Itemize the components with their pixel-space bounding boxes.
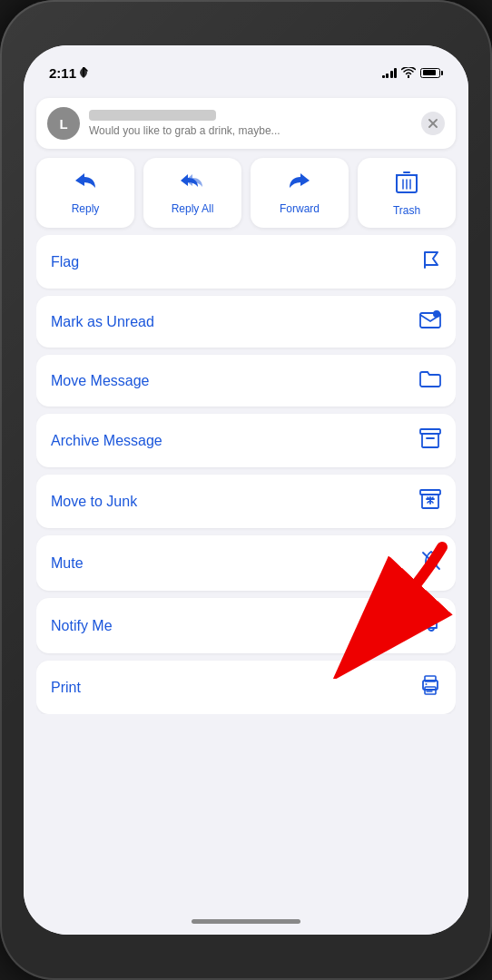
email-preview: Would you like to grab a drink, maybe... bbox=[89, 110, 412, 137]
print-label: Print bbox=[51, 680, 81, 696]
archive-icon bbox=[419, 428, 441, 453]
trash-label: Trash bbox=[393, 204, 420, 217]
email-sender bbox=[89, 110, 216, 121]
home-bar[interactable] bbox=[192, 919, 300, 924]
mute-icon bbox=[421, 550, 441, 576]
forward-icon bbox=[287, 171, 312, 196]
wifi-icon bbox=[401, 67, 416, 78]
reply-all-button[interactable]: Reply All bbox=[143, 158, 241, 228]
junk-icon bbox=[419, 489, 441, 514]
menu-list: Flag Mark as Unread bbox=[36, 235, 456, 714]
time-display: 2:11 bbox=[49, 65, 76, 81]
svg-rect-11 bbox=[422, 434, 438, 447]
battery-icon bbox=[420, 68, 443, 78]
reply-all-label: Reply All bbox=[172, 202, 214, 215]
reply-all-icon bbox=[179, 171, 206, 196]
move-junk-label: Move to Junk bbox=[51, 494, 137, 510]
close-notification-button[interactable] bbox=[421, 112, 445, 135]
flag-menu-item[interactable]: Flag bbox=[36, 235, 456, 289]
print-icon bbox=[419, 675, 441, 700]
move-message-menu-item[interactable]: Move Message bbox=[36, 355, 456, 407]
mark-unread-label: Mark as Unread bbox=[51, 314, 154, 330]
email-notification[interactable]: L Would you like to grab a drink, maybe.… bbox=[36, 98, 456, 149]
print-menu-item[interactable]: Print bbox=[36, 661, 456, 714]
svg-point-9 bbox=[433, 310, 440, 318]
mute-menu-item[interactable]: Mute bbox=[36, 535, 456, 591]
phone-frame: 2:11 bbox=[0, 0, 492, 980]
envelope-icon bbox=[419, 310, 441, 333]
home-indicator bbox=[24, 907, 468, 935]
flag-label: Flag bbox=[51, 254, 79, 270]
notify-me-menu-item[interactable]: Notify Me bbox=[36, 598, 456, 653]
status-bar: 2:11 bbox=[24, 45, 468, 91]
email-subject: Would you like to grab a drink, maybe... bbox=[89, 124, 412, 137]
close-icon bbox=[428, 119, 438, 128]
mute-label: Mute bbox=[51, 555, 84, 572]
bell-icon bbox=[421, 612, 441, 639]
status-time: 2:11 bbox=[49, 65, 88, 81]
archive-message-label: Archive Message bbox=[51, 433, 162, 449]
folder-icon bbox=[419, 369, 441, 392]
mark-unread-menu-item[interactable]: Mark as Unread bbox=[36, 296, 456, 348]
forward-label: Forward bbox=[280, 202, 320, 215]
forward-button[interactable]: Forward bbox=[251, 158, 349, 228]
archive-message-menu-item[interactable]: Archive Message bbox=[36, 414, 456, 467]
signal-icon bbox=[382, 67, 398, 78]
location-icon bbox=[79, 67, 88, 78]
avatar: L bbox=[47, 107, 80, 140]
move-message-label: Move Message bbox=[51, 373, 150, 389]
reply-icon bbox=[73, 171, 98, 196]
reply-button[interactable]: Reply bbox=[36, 158, 134, 228]
svg-point-24 bbox=[426, 683, 428, 685]
svg-rect-21 bbox=[425, 687, 436, 694]
phone-screen: 2:11 bbox=[24, 45, 468, 935]
action-buttons-grid: Reply Reply All bbox=[36, 158, 456, 228]
move-junk-menu-item[interactable]: Move to Junk bbox=[36, 475, 456, 528]
flag-icon bbox=[421, 250, 441, 274]
trash-button[interactable]: Trash bbox=[358, 158, 456, 228]
trash-icon bbox=[396, 171, 418, 198]
notify-me-label: Notify Me bbox=[51, 618, 113, 634]
reply-label: Reply bbox=[72, 202, 100, 215]
status-icons bbox=[382, 67, 444, 78]
screen-content: L Would you like to grab a drink, maybe.… bbox=[24, 91, 468, 907]
